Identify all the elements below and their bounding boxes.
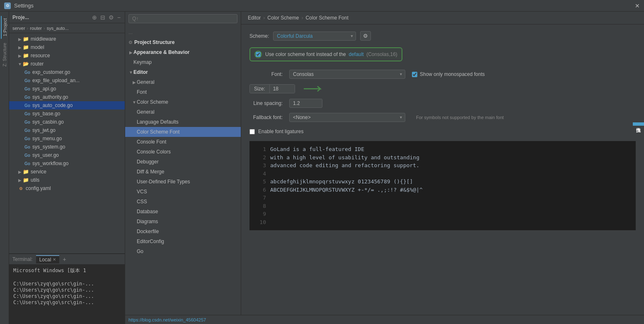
default-link[interactable]: default xyxy=(349,51,363,57)
preview-code-6: ABCDEFGHIJKLMNOPQRSTUVWXYZ +-*/= .,;:!? … xyxy=(270,186,423,194)
tree-item-sys-system[interactable]: Go sys_system.go xyxy=(9,143,125,151)
ligatures-label: Enable font ligatures xyxy=(258,129,303,134)
settings-nav-font[interactable]: Font xyxy=(125,87,241,97)
settings-nav-go[interactable]: Go xyxy=(125,246,241,256)
tree-item-sys-auto[interactable]: Go sys_auto_code.go xyxy=(9,101,125,110)
settings-nav-debugger[interactable]: Debugger xyxy=(125,157,241,167)
preview-line-num-4: 4 xyxy=(256,170,266,178)
settings-nav-editor[interactable]: ▼ Editor xyxy=(125,67,241,77)
close-button[interactable]: ✕ xyxy=(635,2,640,9)
minimize-icon-btn[interactable]: − xyxy=(116,13,121,22)
dockerfile-label: Dockerfile xyxy=(137,229,159,234)
right-upload-badge[interactable]: 拖拽上传 xyxy=(633,122,644,126)
terminal-line-2 xyxy=(13,275,121,280)
preview-code-5: abcdefghijklmnopqrstuvwxyz 0123456789 ()… xyxy=(270,178,413,186)
status-url[interactable]: https://blog.csdn.net/weixin_45604257 xyxy=(128,317,206,322)
terminal-tab-close-icon[interactable]: ✕ xyxy=(53,257,56,262)
keymap-label: Keymap xyxy=(128,59,152,65)
settings-nav-color-scheme-font[interactable]: Color Scheme Font xyxy=(125,127,241,137)
settings-nav-vcs[interactable]: VCS xyxy=(125,187,241,197)
size-input[interactable] xyxy=(270,85,295,93)
settings-nav-appearance[interactable]: ▶ Appearance & Behavior xyxy=(125,47,241,57)
project-structure-label: Project Structure xyxy=(134,39,174,45)
line-spacing-input[interactable] xyxy=(289,99,322,108)
tree-item-config[interactable]: ⚙ config.yaml xyxy=(9,184,125,192)
settings-search-input[interactable] xyxy=(128,14,237,23)
terminal-line-6: C:\Users\zyq\go\src\gin-... xyxy=(13,300,121,305)
font-select-wrapper: Consolas xyxy=(289,70,405,79)
settings-nav-keymap[interactable]: Keymap xyxy=(125,57,241,67)
settings-nav-editorconfig[interactable]: EditorConfig xyxy=(125,236,241,246)
preview-code-9 xyxy=(270,210,274,218)
project-panel-header: Proje... ⊕ ⊟ ⚙ − xyxy=(9,12,125,23)
project-structure-gear: ⚙ xyxy=(128,40,133,45)
sb-sep1: › xyxy=(263,15,265,21)
tree-item-sys-jwt[interactable]: Go sys_jwt.go xyxy=(9,126,125,134)
terminal-tab-local[interactable]: Local ✕ xyxy=(36,255,60,263)
settings-nav-general-2[interactable]: General xyxy=(125,107,241,117)
font-select[interactable]: Consolas xyxy=(289,70,405,79)
settings-dialog: ... ⚙ Project Structure ▶ Appearance & B… xyxy=(125,12,644,324)
tree-item-sys-menu[interactable]: Go sys_menu.go xyxy=(9,134,125,143)
sb-color-scheme: Color Scheme xyxy=(267,15,299,21)
preview-area: 1 GoLand is a full-featured IDE 2 with a… xyxy=(249,141,636,230)
ellipsis-text: ... xyxy=(128,29,133,35)
general-arrow: ▶ xyxy=(132,80,137,85)
preview-line-num-5: 5 xyxy=(256,178,266,186)
preview-line-num-3: 3 xyxy=(256,161,266,170)
settings-nav-console-font[interactable]: Console Font xyxy=(125,137,241,147)
use-color-scheme-checkbox[interactable] xyxy=(256,52,261,57)
scope-icon-btn[interactable]: ⊕ xyxy=(91,13,98,22)
monospace-label: Show only monospaced fonts xyxy=(420,71,485,77)
tree-item-sys-user[interactable]: Go sys_user.go xyxy=(9,151,125,159)
tree-item-resource[interactable]: ▶ 📁 resource xyxy=(9,51,125,60)
settings-nav-dockerfile[interactable]: Dockerfile xyxy=(125,227,241,236)
settings-nav-diagrams[interactable]: Diagrams xyxy=(125,217,241,227)
tree-item-utils[interactable]: ▶ 📁 utils xyxy=(9,176,125,184)
settings-nav-css[interactable]: CSS xyxy=(125,197,241,207)
settings-nav-database[interactable]: Database xyxy=(125,207,241,217)
use-color-scheme-row: Use color scheme font instead of the def… xyxy=(249,47,402,61)
terminal-line-1: Microsoft Windows [版本 1 xyxy=(13,267,121,274)
fallback-select[interactable]: <None> xyxy=(289,113,405,122)
pin-icon-btn[interactable]: ⊟ xyxy=(99,13,106,22)
settings-nav-console-colors[interactable]: Console Colors xyxy=(125,147,241,157)
tree-item-sys-workflow[interactable]: Go sys_workflow.go xyxy=(9,159,125,168)
preview-line-num-1: 1 xyxy=(256,145,266,153)
settings-nav-language-defaults[interactable]: Language Defaults xyxy=(125,117,241,127)
tree-item-exp-customer[interactable]: Go exp_customer.go xyxy=(9,68,125,76)
settings-icon-btn[interactable]: ⚙ xyxy=(108,13,115,22)
tree-item-sys-casbin[interactable]: Go sys_casbin.go xyxy=(9,118,125,126)
scheme-select[interactable]: Colorful Darcula xyxy=(273,32,356,41)
preview-line-4: 4 xyxy=(256,170,629,178)
tree-item-service[interactable]: ▶ 📁 service xyxy=(9,168,125,176)
settings-nav-diff-merge[interactable]: Diff & Merge xyxy=(125,167,241,177)
settings-nav-color-scheme[interactable]: ▼ Color Scheme xyxy=(125,97,241,107)
language-defaults-label: Language Defaults xyxy=(137,119,179,125)
tree-item-sys-authority[interactable]: Go sys_authority.go xyxy=(9,93,125,101)
tree-item-router[interactable]: ▼ 📂 router xyxy=(9,60,125,68)
settings-nav-user-defined[interactable]: User-Defined File Types xyxy=(125,177,241,187)
terminal-add-button[interactable]: + xyxy=(63,256,66,263)
go-label: Go xyxy=(137,248,143,254)
bc-sep1: › xyxy=(27,26,29,31)
appearance-arrow: ▶ xyxy=(128,50,133,55)
tree-item-middleware[interactable]: ▶ 📁 middleware xyxy=(9,35,125,43)
vtab-structure[interactable]: Z: Structure xyxy=(1,40,8,69)
settings-nav-project-structure[interactable]: ⚙ Project Structure xyxy=(125,37,241,47)
preview-line-3: 3 advanced code editing and refactoring … xyxy=(256,161,629,170)
color-scheme-font-label: Color Scheme Font xyxy=(137,129,179,135)
preview-code-8 xyxy=(270,202,274,210)
tree-item-sys-base[interactable]: Go sys_base.go xyxy=(9,110,125,118)
preview-line-num-2: 2 xyxy=(256,153,266,162)
settings-search-area xyxy=(125,12,241,26)
size-box-container: Size: xyxy=(249,84,295,93)
ligatures-checkbox[interactable] xyxy=(249,129,255,134)
scheme-gear-button[interactable]: ⚙ xyxy=(360,31,371,41)
tree-item-sys-api[interactable]: Go sys_api.go xyxy=(9,85,125,93)
monospace-checkbox-input[interactable] xyxy=(412,72,417,77)
vtab-project[interactable]: 1:Project xyxy=(1,16,8,39)
settings-nav-general[interactable]: ▶ General xyxy=(125,77,241,87)
tree-item-exp-file[interactable]: Go exp_file_upload_an... xyxy=(9,76,125,85)
tree-item-model[interactable]: ▶ 📁 model xyxy=(9,43,125,51)
